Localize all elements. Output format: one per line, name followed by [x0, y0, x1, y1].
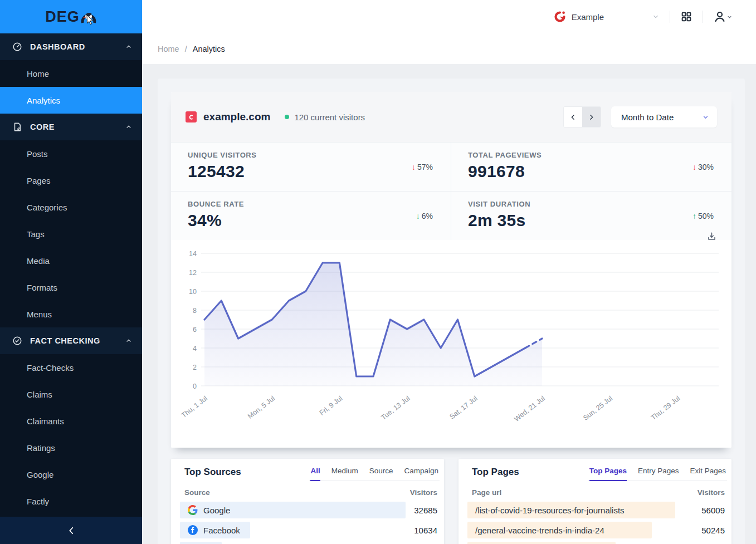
- svg-text:8: 8: [193, 307, 197, 315]
- top-sources-rows: Google32685Facebook10634: [180, 502, 440, 544]
- chevron-down-icon: [702, 114, 709, 121]
- sidebar-section-fact-checking[interactable]: FACT CHECKING: [0, 327, 142, 354]
- svg-text:Tue, 13 Jul: Tue, 13 Jul: [379, 394, 411, 422]
- table-row-google[interactable]: Google32685: [180, 502, 440, 518]
- row-label: /list-of-covid-19-resources-for-journali…: [467, 506, 625, 515]
- sidebar-section-dashboard[interactable]: DASHBOARD: [0, 33, 142, 60]
- user-menu-button[interactable]: [713, 10, 733, 23]
- stat-value: 125432: [188, 162, 434, 181]
- breadcrumb-home-link[interactable]: Home: [158, 45, 179, 53]
- tab-exit-pages[interactable]: Exit Pages: [690, 467, 726, 481]
- stat-value: 34%: [188, 211, 434, 230]
- column-header: Visitors: [410, 488, 437, 497]
- tab-source[interactable]: Source: [369, 467, 393, 481]
- content-area: example.com 120 current visitors: [142, 79, 756, 544]
- workspace-logo-icon: [553, 10, 567, 23]
- trend-arrow-icon: ↓: [416, 212, 420, 220]
- row-label-text: /general-vaccine-trends-in-india-24: [475, 526, 604, 535]
- period-select[interactable]: Month to Date: [611, 106, 717, 128]
- sidebar-item-factly[interactable]: Factly: [0, 488, 142, 514]
- tab-entry-pages[interactable]: Entry Pages: [638, 467, 679, 481]
- sidebar-menu: DASHBOARDHomeAnalyticsCOREPostsPagesCate…: [0, 33, 142, 517]
- sidebar-item-label: Formats: [27, 283, 57, 292]
- top-pages-rows: /list-of-covid-19-resources-for-journali…: [467, 502, 727, 544]
- sidebar-section-label: FACT CHECKING: [30, 336, 100, 345]
- apps-grid-button[interactable]: [680, 11, 692, 23]
- sidebar-item-claimants[interactable]: Claimants: [0, 408, 142, 434]
- row-label-text: /list-of-covid-19-resources-for-journali…: [475, 506, 625, 515]
- column-header: Visitors: [698, 488, 725, 497]
- sidebar: DEG DASHBOARDHomeAnalyticsCOREPostsPages…: [0, 0, 142, 544]
- table-row--list-of-covid-19-resources-for-journalists[interactable]: /list-of-covid-19-resources-for-journali…: [467, 502, 727, 518]
- sidebar-section-core[interactable]: CORE: [0, 114, 142, 140]
- stat-change: ↓6%: [416, 212, 433, 220]
- stat-label: BOUNCE RATE: [188, 200, 434, 208]
- download-chart-button[interactable]: [706, 231, 717, 242]
- sidebar-item-claims[interactable]: Claims: [0, 381, 142, 408]
- sidebar-item-posts[interactable]: Posts: [0, 140, 142, 167]
- sidebar-item-analytics[interactable]: Analytics: [0, 87, 142, 114]
- workspace-selector[interactable]: Example: [553, 10, 660, 23]
- top-pages-title: Top Pages: [467, 467, 519, 481]
- previous-period-button[interactable]: [564, 107, 582, 127]
- top-pages-tabs: Top PagesEntry PagesExit Pages: [588, 467, 727, 481]
- sidebar-item-label: Ratings: [27, 443, 55, 453]
- sidebar-item-label: Pages: [27, 176, 51, 185]
- trend-arrow-icon: ↑: [692, 212, 696, 220]
- table-row-facebook[interactable]: Facebook10634: [180, 522, 440, 538]
- sidebar-item-label: Fact-Checks: [27, 363, 74, 373]
- sidebar-item-menus[interactable]: Menus: [0, 301, 142, 327]
- visitors-area-chart[interactable]: 02468101214Thu, 1 JulMon, 5 JulFri, 9 Ju…: [175, 244, 727, 437]
- table-row--general-vaccine-trends-in-india-24[interactable]: /general-vaccine-trends-in-india-2450245: [467, 522, 727, 538]
- stat-bounce-rate: BOUNCE RATE 34% ↓6%: [171, 191, 451, 240]
- svg-text:0: 0: [193, 383, 197, 390]
- sidebar-item-media[interactable]: Media: [0, 247, 142, 274]
- sidebar-item-categories[interactable]: Categories: [0, 194, 142, 220]
- sidebar-item-ratings[interactable]: Ratings: [0, 434, 142, 461]
- stats-grid: UNIQUE VISITORS 125432 ↓57% TOTAL PAGEVI…: [171, 142, 731, 240]
- tab-top-pages[interactable]: Top Pages: [589, 467, 627, 481]
- chevron-down-icon: [652, 13, 660, 21]
- sidebar-item-google[interactable]: Google: [0, 461, 142, 488]
- sidebar-collapse-button[interactable]: [0, 517, 142, 544]
- next-period-button[interactable]: [582, 107, 601, 127]
- sidebar-item-home[interactable]: Home: [0, 60, 142, 87]
- top-sources-title: Top Sources: [180, 467, 241, 481]
- sidebar-item-label: Claims: [27, 390, 52, 399]
- sidebar-item-formats[interactable]: Formats: [0, 274, 142, 301]
- current-visitors-label: 120 current visitors: [294, 112, 365, 122]
- topbar-divider: [703, 11, 703, 23]
- check-circle-icon: [12, 336, 22, 346]
- sidebar-item-label: Home: [27, 69, 49, 79]
- caret-up-icon: [125, 124, 132, 130]
- svg-text:14: 14: [189, 250, 197, 258]
- svg-text:10: 10: [189, 288, 197, 296]
- row-label: Google: [180, 505, 230, 515]
- sidebar-item-fact-checks[interactable]: Fact-Checks: [0, 354, 142, 381]
- visitors-chart: 02468101214Thu, 1 JulMon, 5 JulFri, 9 Ju…: [171, 240, 731, 448]
- svg-text:Sat, 17 Jul: Sat, 17 Jul: [448, 394, 479, 420]
- stat-total-pageviews: TOTAL PAGEVIEWS 991678 ↓30%: [451, 142, 731, 191]
- table-column-headers: Source Visitors: [180, 481, 440, 502]
- top-pages-card: Top Pages Top PagesEntry PagesExit Pages…: [459, 459, 731, 544]
- caret-up-icon: [125, 43, 132, 50]
- sidebar-item-tags[interactable]: Tags: [0, 220, 142, 247]
- svg-text:2: 2: [193, 364, 197, 371]
- stat-value: 2m 35s: [468, 211, 715, 230]
- workspace-name: Example: [572, 12, 604, 22]
- app-logo[interactable]: DEG: [0, 0, 142, 33]
- tab-medium[interactable]: Medium: [331, 467, 358, 481]
- tab-all[interactable]: All: [310, 467, 320, 481]
- svg-text:6: 6: [193, 326, 197, 334]
- tab-campaign[interactable]: Campaign: [404, 467, 438, 481]
- sidebar-section-label: CORE: [30, 122, 55, 131]
- caret-up-icon: [125, 337, 132, 344]
- chevron-left-icon: [66, 526, 76, 536]
- table-row[interactable]: [467, 542, 727, 544]
- row-label-text: Facebook: [203, 526, 240, 535]
- table-row[interactable]: [180, 542, 440, 544]
- top-sources-tabs: AllMediumSourceCampaign: [309, 467, 440, 481]
- svg-text:Thu, 1 Jul: Thu, 1 Jul: [180, 394, 209, 419]
- svg-text:Thu, 29 Jul: Thu, 29 Jul: [650, 394, 681, 422]
- sidebar-item-pages[interactable]: Pages: [0, 167, 142, 194]
